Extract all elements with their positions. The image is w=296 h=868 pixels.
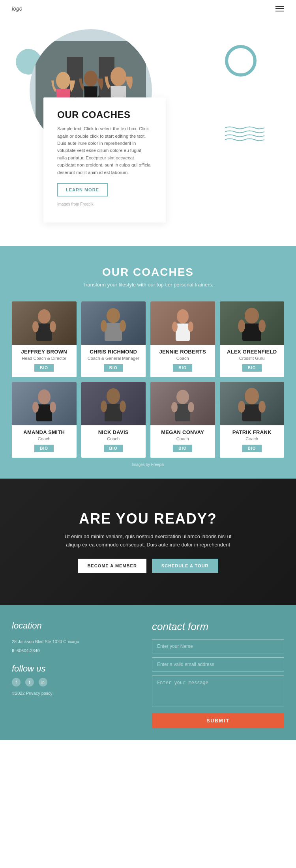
coach-card-4: AMANDA SMITH Coach BIO [12,382,77,458]
svg-point-12 [107,308,120,323]
coach-name-6: MEGAN CONVAY [150,429,215,435]
coach-card-6: MEGAN CONVAY Coach BIO [150,382,215,458]
contact-title: contact form [152,621,284,633]
coach-photo-4 [12,382,77,425]
learn-more-button[interactable]: LEARN MORE [57,183,108,196]
svg-rect-21 [242,324,261,341]
svg-point-5 [111,67,126,86]
bio-button-2[interactable]: BIO [173,364,192,372]
instagram-icon[interactable]: in [39,678,47,687]
coach-photo-3 [220,301,285,345]
svg-rect-37 [242,404,261,421]
svg-point-30 [101,400,107,412]
coach-role-2: Coach [150,356,215,361]
hero-body: Sample text. Click to select the text bo… [57,125,152,176]
svg-point-22 [238,320,245,332]
coaches-grid-row1: Jeffrey Brown Head Coach & Director BIO … [12,301,284,377]
svg-point-34 [171,402,178,412]
svg-point-10 [32,321,39,332]
ready-section: ARE YOU READY? Ut enim ad minim veniam, … [0,479,296,605]
coach-card-7: PATRIK FRANK Coach BIO [220,382,285,458]
become-member-button[interactable]: BECOME A MEMBER [78,559,146,573]
svg-rect-13 [105,323,122,341]
coach-name-5: NICK DAVIS [81,429,146,435]
coaches-freepik: Images by Freepik [12,462,284,467]
address-line1: 28 Jackson Blvd Ste 1020 Chicago [12,638,136,645]
bio-button-5[interactable]: BIO [104,445,123,452]
ready-body: Ut enim ad minim veniam, quis nostrud ex… [61,533,235,549]
svg-point-28 [107,388,120,404]
coach-photo-1 [81,301,146,345]
svg-point-14 [101,320,107,332]
coach-role-3: Crossfit Guru [220,356,285,361]
location-title: location [12,621,136,631]
footer: location 28 Jackson Blvd Ste 1020 Chicag… [0,605,296,740]
header: logo [0,0,296,17]
social-icons: f t in [12,678,136,687]
svg-point-20 [245,308,259,324]
contact-email-input[interactable] [152,657,284,672]
coach-card-5: NICK DAVIS Coach BIO [81,382,146,458]
coaches-grid-row2: AMANDA SMITH Coach BIO NICK DAVIS Coach … [12,382,284,458]
contact-name-input[interactable] [152,639,284,653]
hero-freepik-note: Images from Freepik [57,201,152,208]
coach-photo-2 [150,301,215,345]
footer-right: contact form SUBMIT [152,621,284,728]
svg-point-24 [38,389,51,404]
facebook-icon[interactable]: f [12,678,21,687]
coach-role-6: Coach [150,436,215,441]
hero-title: OUR COACHES [57,109,152,120]
follow-title: follow us [12,664,136,674]
coach-photo-5 [81,382,146,425]
coach-name-0: Jeffrey Brown [12,349,77,355]
hero-section: OUR COACHES Sample text. Click to select… [0,17,296,246]
coach-name-1: Chris Richmond [81,349,146,355]
bio-button-1[interactable]: BIO [104,364,123,372]
svg-point-35 [188,402,194,412]
svg-rect-9 [36,324,52,341]
coach-photo-7 [220,382,285,425]
contact-message-input[interactable] [152,675,284,707]
svg-point-38 [238,401,245,413]
coach-role-1: Coach & General Manager [81,356,146,361]
schedule-tour-button[interactable]: SCHEDULE A TOUR [152,559,218,573]
submit-button[interactable]: SUBMIT [152,713,284,728]
svg-point-11 [50,321,56,332]
svg-point-39 [259,401,266,413]
address-line2: IL 60604-2340 [12,647,136,655]
coach-name-7: PATRIK FRANK [220,429,285,435]
coach-card-0: Jeffrey Brown Head Coach & Director BIO [12,301,77,377]
bio-button-6[interactable]: BIO [173,445,192,452]
bio-button-3[interactable]: BIO [242,364,262,372]
svg-rect-29 [105,404,122,421]
svg-point-32 [176,390,189,404]
svg-point-4 [84,71,97,86]
svg-point-36 [245,388,259,404]
coach-role-7: Coach [220,436,285,441]
footer-left: location 28 Jackson Blvd Ste 1020 Chicag… [12,621,144,728]
coach-card-1: Chris Richmond Coach & General Manager B… [81,301,146,377]
svg-point-3 [56,72,70,89]
bio-button-7[interactable]: BIO [242,445,262,452]
svg-point-26 [32,402,39,413]
coach-name-2: Jennie Roberts [150,349,215,355]
coach-photo-0 [12,301,77,345]
coach-card-3: Alex Greenfield Crossfit Guru BIO [220,301,285,377]
svg-rect-25 [36,404,52,421]
wave-decoration [225,124,264,144]
coach-name-4: AMANDA SMITH [12,429,77,435]
coaches-title: OUR COACHES [12,266,284,279]
coach-role-5: Coach [81,436,146,441]
logo: logo [12,6,22,12]
hero-card: OUR COACHES Sample text. Click to select… [43,97,166,223]
coach-photo-6 [150,382,215,425]
twitter-icon[interactable]: t [25,678,34,687]
svg-point-23 [259,320,266,332]
hamburger-menu[interactable] [275,6,284,11]
svg-rect-17 [176,324,190,341]
bio-button-0[interactable]: BIO [34,364,54,372]
ready-buttons: BECOME A MEMBER SCHEDULE A TOUR [78,559,218,573]
coaches-section: OUR COACHES Transform your lifestyle wit… [0,246,296,479]
bio-button-4[interactable]: BIO [34,445,54,452]
coaches-subtitle: Transform your lifestyle with our top ti… [12,282,284,288]
